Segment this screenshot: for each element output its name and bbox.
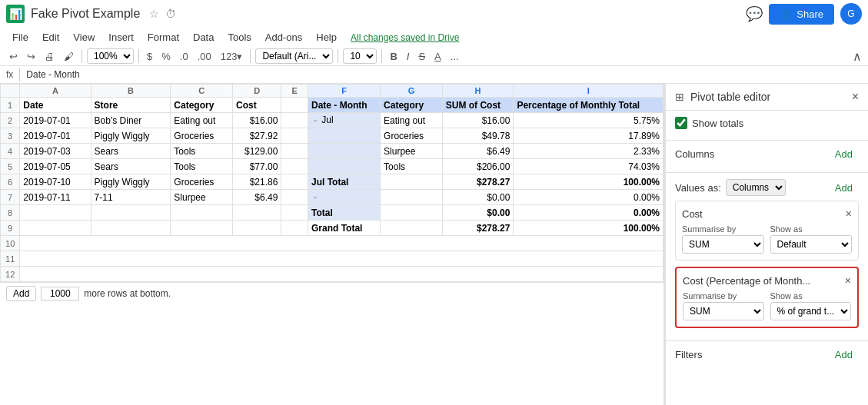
strikethrough-button[interactable]: S — [415, 49, 428, 64]
cell-a4[interactable]: 2019-07-03 — [20, 144, 91, 159]
cost-percentage-card-close-button[interactable]: × — [845, 274, 851, 287]
cost-card-close-button[interactable]: × — [846, 207, 852, 220]
paint-format-button[interactable]: 🖌 — [61, 49, 77, 64]
cell-d8[interactable] — [233, 205, 281, 221]
cell-d3[interactable]: $27.92 — [233, 128, 281, 144]
col-header-d[interactable]: D — [233, 85, 281, 98]
cell-c6[interactable]: Groceries — [171, 174, 233, 190]
cell-b7[interactable]: 7-11 — [91, 190, 171, 205]
menu-file[interactable]: File — [6, 29, 35, 45]
menu-tools[interactable]: Tools — [221, 29, 257, 45]
cell-b1[interactable]: Store — [91, 98, 171, 113]
font-size-select[interactable]: 10 — [343, 48, 377, 64]
cell-d7[interactable]: $6.49 — [233, 190, 281, 205]
document-title[interactable]: Fake Pivot Example — [31, 7, 140, 21]
col-header-e[interactable]: E — [281, 85, 308, 98]
percent-button[interactable]: % — [158, 49, 174, 64]
cell-f5[interactable] — [308, 159, 380, 174]
font-select[interactable]: Default (Ari... — [255, 48, 333, 64]
menu-help[interactable]: Help — [310, 29, 343, 45]
cell-e1[interactable] — [281, 98, 308, 113]
menu-view[interactable]: View — [67, 29, 101, 45]
star-icon[interactable]: ☆ — [149, 8, 159, 20]
rows-count-input[interactable] — [41, 287, 79, 300]
cell-i6[interactable]: 100.00% — [514, 174, 663, 190]
menu-insert[interactable]: Insert — [102, 29, 140, 45]
cell-g8[interactable] — [381, 205, 443, 221]
cell-e8[interactable] — [281, 205, 308, 221]
cell-b9[interactable] — [91, 221, 171, 236]
zoom-select[interactable]: 100% — [87, 48, 134, 64]
cell-a5[interactable]: 2019-07-05 — [20, 159, 91, 174]
cell-b2[interactable]: Bob's Diner — [91, 113, 171, 128]
menu-edit[interactable]: Edit — [36, 29, 65, 45]
cell-a6[interactable]: 2019-07-10 — [20, 174, 91, 190]
cell-i1[interactable]: Percentage of Monthly Total — [514, 98, 663, 113]
cell-f1[interactable]: Date - Month — [308, 98, 380, 113]
cell-d1[interactable]: Cost — [233, 98, 281, 113]
cell-f2[interactable]: － Jul — [308, 113, 380, 128]
cell-g7[interactable] — [381, 190, 443, 205]
bold-button[interactable]: B — [387, 49, 400, 64]
cell-f8[interactable]: Total — [308, 205, 380, 221]
cell-b5[interactable]: Sears — [91, 159, 171, 174]
col-header-a[interactable]: A — [20, 85, 91, 98]
columns-add-button[interactable]: Add — [829, 147, 859, 161]
cell-e2[interactable] — [281, 113, 308, 128]
cell-a9[interactable] — [20, 221, 91, 236]
undo-button[interactable]: ↩ — [6, 49, 21, 64]
cell-c9[interactable] — [171, 221, 233, 236]
cell-f3[interactable] — [308, 128, 380, 144]
cell-h3[interactable]: $49.78 — [442, 128, 514, 144]
cell-d4[interactable]: $129.00 — [233, 144, 281, 159]
collapse-toolbar-button[interactable]: ∧ — [853, 49, 862, 64]
print-button[interactable]: 🖨 — [42, 49, 58, 64]
cell-f9[interactable]: Grand Total — [308, 221, 380, 236]
cell-f4[interactable] — [308, 144, 380, 159]
cell-i5[interactable]: 74.03% — [514, 159, 663, 174]
cell-c2[interactable]: Eating out — [171, 113, 233, 128]
cell-a8[interactable] — [20, 205, 91, 221]
more-formats-button[interactable]: ... — [447, 49, 462, 64]
col-header-f[interactable]: F — [308, 85, 380, 98]
cell-i7[interactable]: 0.00% — [514, 190, 663, 205]
decimal2-button[interactable]: .00 — [195, 49, 215, 64]
cell-h9[interactable]: $278.27 — [442, 221, 514, 236]
cell-c3[interactable]: Groceries — [171, 128, 233, 144]
cell-g2[interactable]: Eating out — [381, 113, 443, 128]
show-totals-checkbox[interactable] — [675, 117, 687, 129]
cell-h5[interactable]: $206.00 — [442, 159, 514, 174]
cell-d9[interactable] — [233, 221, 281, 236]
cell-i3[interactable]: 17.89% — [514, 128, 663, 144]
cell-c7[interactable]: Slurpee — [171, 190, 233, 205]
cell-e3[interactable] — [281, 128, 308, 144]
values-as-select[interactable]: Columns — [726, 179, 786, 196]
col-header-c[interactable]: C — [171, 85, 233, 98]
cell-c1[interactable]: Category — [171, 98, 233, 113]
cell-h6[interactable]: $278.27 — [442, 174, 514, 190]
underline-button[interactable]: A — [431, 49, 444, 64]
menu-format[interactable]: Format — [141, 29, 185, 45]
cell-b8[interactable] — [91, 205, 171, 221]
cell-g3[interactable]: Groceries — [381, 128, 443, 144]
cell-h2[interactable]: $16.00 — [442, 113, 514, 128]
cell-c8[interactable] — [171, 205, 233, 221]
col-header-g[interactable]: G — [381, 85, 443, 98]
cell-h4[interactable]: $6.49 — [442, 144, 514, 159]
cell-a7[interactable]: 2019-07-11 — [20, 190, 91, 205]
collapse-btn-2[interactable]: － — [311, 193, 319, 201]
history-icon[interactable]: ⏱ — [165, 8, 176, 20]
saved-notice[interactable]: All changes saved in Drive — [351, 32, 459, 43]
cell-g6[interactable] — [381, 174, 443, 190]
cell-i2[interactable]: 5.75% — [514, 113, 663, 128]
cell-e7[interactable] — [281, 190, 308, 205]
cell-e5[interactable] — [281, 159, 308, 174]
cell-a2[interactable]: 2019-07-01 — [20, 113, 91, 128]
cell-c4[interactable]: Tools — [171, 144, 233, 159]
menu-addons[interactable]: Add-ons — [259, 29, 308, 45]
cell-g5[interactable]: Tools — [381, 159, 443, 174]
cell-b3[interactable]: Piggly Wiggly — [91, 128, 171, 144]
cell-g4[interactable]: Slurpee — [381, 144, 443, 159]
share-button[interactable]: 👤 Share — [769, 4, 834, 25]
cell-i4[interactable]: 2.33% — [514, 144, 663, 159]
